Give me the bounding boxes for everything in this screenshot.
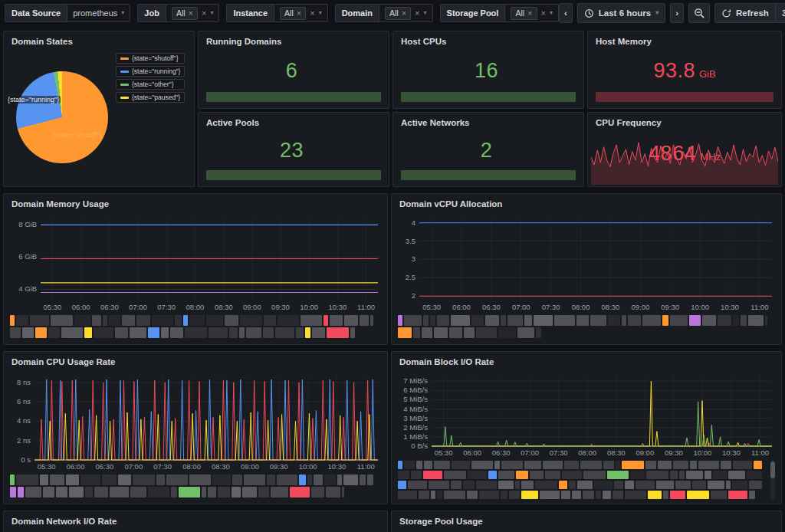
filter-data-source: Data Source prometheus ▾ [5,4,130,22]
panel-domain-states: Domain States {state="running"} {state="… [3,31,195,187]
value-chip[interactable]: All × [172,7,198,20]
panel-title[interactable]: Domain CPU Usage Rate [4,352,387,369]
domain-states-pie-chart[interactable] [16,71,108,163]
time-controls: ‹ Last 6 hours ▾ › [559,3,785,23]
legend-row-redacted [398,471,775,479]
refresh-button[interactable]: Refresh [714,3,776,23]
svg-text:11:00: 11:00 [751,303,768,311]
time-forward-button[interactable]: › [670,3,684,23]
svg-text:10:30: 10:30 [721,303,739,311]
instance-multiselect[interactable]: All × × ▾ [274,4,328,22]
stat-value: 4864 [649,142,696,166]
panel-title[interactable]: CPU Frequency [588,113,781,130]
stat-value: 16 [475,59,498,83]
panel-title[interactable]: Host Memory [588,31,781,49]
legend-redacted [10,315,381,338]
panel-title[interactable]: Domain Memory Usage [4,194,387,212]
pie-legend-item[interactable]: {state="shutoff"} [116,53,185,64]
panel-title[interactable]: Active Pools [199,113,389,130]
svg-text:6 GiB: 6 GiB [18,252,37,261]
svg-text:2 ns: 2 ns [17,436,31,445]
svg-text:09:30: 09:30 [271,303,290,311]
storage-pool-multiselect[interactable]: All × × ▾ [504,4,559,22]
data-source-select[interactable]: prometheus ▾ [67,4,130,22]
svg-text:06:00: 06:00 [67,462,85,471]
pie-legend-item[interactable]: {state="paused"} [116,92,185,103]
chevron-left-icon: ‹ [564,8,567,18]
time-range-label: Last 6 hours [599,8,651,18]
svg-text:08:30: 08:30 [607,448,626,457]
series-swatch [120,71,129,73]
svg-text:08:30: 08:30 [212,462,230,471]
svg-text:08:00: 08:00 [572,303,590,311]
panel-title[interactable]: Active Networks [393,113,583,130]
panel-title[interactable]: Domain States [4,31,194,49]
svg-text:07:00: 07:00 [512,303,530,311]
svg-text:09:30: 09:30 [661,303,679,311]
filter-label: Job [137,4,166,22]
zoom-out-button[interactable] [688,3,710,23]
svg-text:07:00: 07:00 [521,448,539,457]
stat-unit: GiB [699,68,716,80]
remove-value-icon[interactable]: × [527,9,532,18]
chevron-down-icon: ▾ [655,10,659,16]
time-range-picker[interactable]: Last 6 hours ▾ [577,3,665,23]
value-chip[interactable]: All × [280,7,306,20]
svg-text:09:30: 09:30 [665,448,683,457]
clear-icon[interactable]: × [202,9,206,18]
panel-title[interactable]: Storage Pool Usage [392,511,781,529]
panel-title[interactable]: Domain Block I/O Rate [392,352,781,369]
block-io-rate-chart[interactable]: 05:3006:0006:3007:0007:3008:0008:3009:00… [396,369,777,458]
pie-legend-item[interactable]: {state="other"} [116,79,185,90]
legend-label: {state="paused"} [132,94,180,101]
threshold-bar [596,92,774,102]
vcpu-allocation-chart[interactable]: 05:3006:0006:3007:0007:3008:0008:3009:00… [396,212,777,313]
cpu-usage-rate-chart[interactable]: 05:3006:0006:3007:0007:3008:0008:3009:00… [8,369,383,472]
chart-svg: 05:3006:0006:3007:0007:3008:0008:3009:00… [8,369,383,472]
legend-scrollbar[interactable] [770,461,775,501]
pie-legend-item[interactable]: {state="running"} [116,66,185,77]
panel-host-cpus: Host CPUs 16 [392,31,584,109]
svg-text:6 MiB/s: 6 MiB/s [403,386,428,394]
scrollbar-thumb[interactable] [770,461,775,478]
refresh-interval-select[interactable]: 30s ▾ [776,3,785,23]
filter-label: Domain [335,4,379,22]
legend-redacted [398,315,775,338]
panel-title[interactable]: Running Domains [199,31,389,49]
clear-icon[interactable]: × [541,9,546,18]
remove-value-icon[interactable]: × [297,9,301,18]
svg-text:09:00: 09:00 [243,303,261,311]
value-chip[interactable]: All × [511,7,537,20]
panel-title[interactable]: Domain Network I/O Rate [4,511,387,529]
dashboard-toolbar: Data Source prometheus ▾ Job All × × ▾ I… [0,0,785,26]
job-multiselect[interactable]: All × × ▾ [166,4,220,22]
svg-text:3 MiB/s: 3 MiB/s [403,414,428,422]
zoom-out-icon [694,8,705,18]
panel-title[interactable]: Domain vCPU Allocation [392,194,781,212]
svg-text:10:00: 10:00 [691,303,709,311]
dashboard-grid: Domain States {state="running"} {state="… [0,26,785,532]
memory-usage-chart[interactable]: 05:3006:0006:3007:0007:3008:0008:3009:00… [8,212,383,313]
svg-text:8 ns: 8 ns [17,378,31,386]
svg-text:10:30: 10:30 [328,462,347,471]
legend-row-redacted [398,491,775,499]
panel-domain-vcpu-allocation: Domain vCPU Allocation 05:3006:0006:3007… [391,193,782,345]
filter-storage-pool: Storage Pool All × × ▾ [440,4,559,22]
domain-multiselect[interactable]: All × × ▾ [379,4,433,22]
time-back-button[interactable]: ‹ [559,3,573,23]
panel-domain-cpu-usage-rate: Domain CPU Usage Rate 05:3006:0006:3007:… [3,351,388,504]
chip-label: All [176,8,186,18]
value-chip[interactable]: All × [385,7,411,20]
legend-row-redacted [398,327,775,338]
panel-active-networks: Active Networks 2 [392,112,584,187]
refresh-group: Refresh 30s ▾ [714,3,785,23]
remove-value-icon[interactable]: × [189,9,193,18]
clear-icon[interactable]: × [310,9,314,18]
remove-value-icon[interactable]: × [402,9,406,18]
panel-title[interactable]: Host CPUs [393,31,583,49]
svg-text:06:00: 06:00 [72,303,90,311]
svg-text:0 s: 0 s [21,455,31,464]
svg-text:08:00: 08:00 [578,448,596,457]
clear-icon[interactable]: × [415,9,419,18]
threshold-bar [206,170,381,180]
